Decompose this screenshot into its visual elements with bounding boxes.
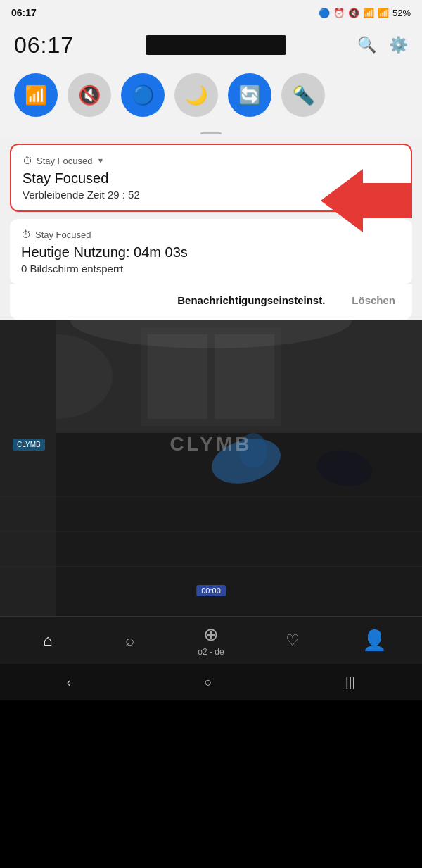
notif-1-app-name: Stay Focused <box>37 156 93 166</box>
notif-2-header: ⏱ Stay Focused <box>21 229 401 240</box>
flashlight-toggle-icon: 🔦 <box>292 84 314 106</box>
flashlight-toggle[interactable]: 🔦 <box>281 73 325 117</box>
home-button[interactable]: ○ <box>188 669 229 696</box>
notif-1-chevron-icon: ▾ <box>98 156 103 165</box>
battery-text: 52% <box>392 8 411 18</box>
notifications-area: ⏱ Stay Focused ▾ Stay Focused Verbleiben… <box>0 138 422 320</box>
wifi-icon: 📶 <box>363 8 374 18</box>
mute-toggle-icon: 🔇 <box>78 84 101 106</box>
signal-icon: 📶 <box>378 8 389 18</box>
divider-bar <box>200 132 222 134</box>
home-icon: ⌂ <box>43 631 52 650</box>
bg-image-content: CLYMB CLYMB 00:00 <box>0 320 422 616</box>
status-bar: 06:17 🔵 ⏰ 🔇 📶 📶 52% <box>0 0 422 25</box>
notif-1-title: Stay Focused <box>23 170 399 187</box>
notif-2-body: 0 Bildschirm entsperrt <box>21 263 401 275</box>
panel-divider <box>0 128 422 138</box>
dnd-toggle[interactable]: 🌙 <box>174 73 218 117</box>
back-button[interactable]: ‹ <box>50 669 88 696</box>
sync-toggle[interactable]: 🔄 <box>228 73 271 117</box>
wifi-toggle[interactable]: 📶 <box>14 73 58 117</box>
url-display: o2 - de <box>198 647 224 657</box>
notification-1[interactable]: ⏱ Stay Focused ▾ Stay Focused Verbleiben… <box>10 144 412 212</box>
system-nav: ‹ ○ ||| <box>0 664 422 700</box>
background-image-area: CLYMB CLYMB 00:00 <box>0 320 422 616</box>
quick-toggles: 📶 🔇 🔵 🌙 🔄 🔦 <box>0 65 422 128</box>
notification-2[interactable]: ⏱ Stay Focused Heutige Nutzung: 04m 03s … <box>10 219 412 284</box>
nav-heart[interactable]: ♡ <box>252 631 333 650</box>
panel-time: 06:17 <box>14 32 74 58</box>
panel-header-icons: 🔍 ⚙️ <box>357 36 408 54</box>
search-nav-icon: ⌕ <box>125 631 134 650</box>
dnd-toggle-icon: 🌙 <box>185 84 207 106</box>
notif-actions: Benachrichtigungseinsteinst. Löschen <box>10 284 412 320</box>
wifi-toggle-icon: 📶 <box>25 84 47 106</box>
alarm-icon: ⏰ <box>333 8 345 18</box>
notif-dismiss-button[interactable]: Löschen <box>349 290 398 310</box>
status-icons: 🔵 ⏰ 🔇 📶 📶 52% <box>319 8 411 18</box>
settings-icon[interactable]: ⚙️ <box>389 36 408 54</box>
video-time: 00:00 <box>196 585 226 596</box>
nav-search[interactable]: ⌕ <box>89 631 170 650</box>
bluetooth-toggle[interactable]: 🔵 <box>121 73 165 117</box>
bottom-navigation: ⌂ ⌕ ⊕ o2 - de ♡ 👤 <box>0 616 422 664</box>
add-icon: ⊕ <box>203 624 219 646</box>
nav-add[interactable]: ⊕ o2 - de <box>170 624 252 657</box>
notif-1-header: ⏱ Stay Focused ▾ <box>23 155 399 166</box>
notif-settings-button[interactable]: Benachrichtigungseinsteinst. <box>174 290 328 310</box>
nav-home[interactable]: ⌂ <box>7 631 89 650</box>
clymb-logo: CLYMB <box>13 439 45 451</box>
mute-toggle[interactable]: 🔇 <box>68 73 111 117</box>
sync-toggle-icon: 🔄 <box>238 84 261 106</box>
notif-2-app-name: Stay Focused <box>35 229 91 240</box>
mute-icon: 🔇 <box>348 8 359 18</box>
clymb-text: CLYMB <box>170 433 252 455</box>
svg-rect-8 <box>0 320 56 616</box>
bg-scene-svg <box>0 320 422 616</box>
bluetooth-toggle-icon: 🔵 <box>132 84 154 106</box>
recent-apps-button[interactable]: ||| <box>328 669 372 696</box>
status-time: 06:17 <box>11 7 37 18</box>
notif-1-app-icon: ⏱ <box>23 155 32 166</box>
profile-icon: 👤 <box>362 629 387 652</box>
nav-profile[interactable]: 👤 <box>333 629 415 652</box>
panel-title-bar <box>146 35 286 55</box>
panel-header: 06:17 🔍 ⚙️ <box>0 25 422 65</box>
bluetooth-icon: 🔵 <box>319 8 330 18</box>
heart-icon: ♡ <box>286 631 300 650</box>
notif-2-title: Heutige Nutzung: 04m 03s <box>21 244 401 260</box>
notif-2-app-icon: ⏱ <box>21 229 31 240</box>
notif-1-body: Verbleibende Zeit 29 : 52 <box>23 189 399 201</box>
search-icon[interactable]: 🔍 <box>357 36 376 54</box>
